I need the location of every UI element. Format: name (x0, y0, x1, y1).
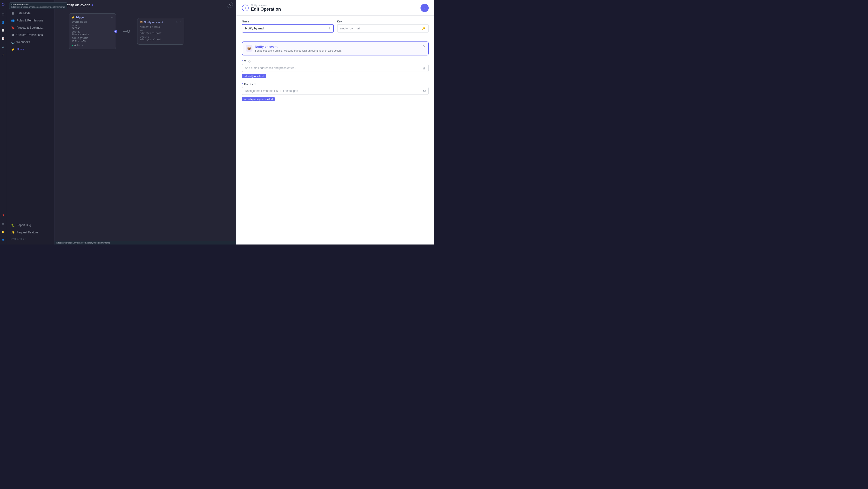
notify-node-header: 📦 Notify on event ✏ ⋮ (140, 21, 182, 24)
box-icon: 📦 (247, 47, 251, 50)
roles-icon: 👥 (11, 19, 14, 22)
events-placeholder: Nach jedem Event mit ENTER bestätigen (245, 89, 298, 93)
trigger-collections-field: Collections event_logs (72, 37, 113, 42)
to-field-label: * To ◌ (242, 60, 429, 63)
op-card-description: Sends out event emails. Must be paired w… (255, 49, 425, 52)
sidebar-item-request-feature[interactable]: ✨ Request Feature (8, 229, 53, 236)
flows-topbar: ← Notify on event ● ✕ (55, 0, 236, 10)
trigger-node-header: ⚡ Trigger ✏ (72, 16, 113, 19)
trigger-node-title: ⚡ Trigger (72, 16, 85, 19)
op-card-icon: 📦 (246, 45, 252, 52)
sidebar-item-custom-translations[interactable]: ⇄ Custom Translations (8, 32, 53, 38)
right-panel-header: ℹ Notify on event Edit Operation ✓ (237, 0, 434, 16)
sidebar-icon-users[interactable]: 👤 (1, 20, 5, 25)
sidebar-item-roles-permissions[interactable]: 👥 Roles & Permissions (8, 17, 53, 24)
sidebar-icon-help[interactable]: ❓ (1, 213, 5, 218)
sidebar-icon-avatar[interactable]: 👤 (1, 238, 5, 243)
name-input[interactable]: Notify by mail T (242, 24, 334, 33)
trigger-status: Active ▾ (72, 44, 113, 47)
email-tags-container: admin@localhost (242, 74, 429, 79)
events-info-icon: ◌ (254, 83, 256, 86)
email-at-icon: @ (423, 66, 426, 70)
email-tag-admin[interactable]: admin@localhost (242, 74, 266, 79)
events-input-box[interactable]: Nach jedem Event mit ENTER bestätigen 🏷 (242, 87, 429, 95)
panel-title: Edit Operation (251, 7, 281, 12)
trigger-type-field: Type action (72, 24, 113, 29)
to-info-icon: ◌ (248, 60, 250, 63)
presets-icon: 🔖 (11, 26, 14, 29)
sidebar-icon-anchor[interactable]: ⚓ (1, 44, 5, 49)
trigger-edit-button[interactable]: ✏ (112, 16, 113, 19)
sidebar-icon-analytics[interactable]: 📈 (1, 36, 5, 41)
notify-node-title: 📦 Notify on event (140, 21, 163, 24)
flow-arrow-connector: → (123, 30, 130, 33)
trigger-icon: ⚡ (72, 16, 74, 19)
operation-card: 📦 Notify on event Sends out event emails… (242, 41, 429, 56)
name-field-label: Name (242, 20, 334, 23)
notify-node[interactable]: 📦 Notify on event ✏ ⋮ Notify by mail To … (137, 18, 184, 44)
sidebar-icon-settings[interactable]: ⚙ (1, 221, 5, 226)
sidebar-icon-flows[interactable]: ⚡ (1, 53, 5, 57)
sidebar-item-presets-bookmarks[interactable]: 🔖 Presets & Bookmar... (8, 24, 53, 31)
active-indicator-dot: ● (91, 3, 93, 7)
feature-icon: ✨ (11, 231, 14, 234)
notify-edit-button[interactable]: ✏ (176, 21, 178, 23)
status-active-dot (72, 44, 73, 46)
close-button[interactable]: ✕ (227, 2, 233, 8)
data-model-icon: ▦ (11, 11, 14, 15)
event-tag-import[interactable]: import-participants-failed (242, 97, 275, 101)
tag-icon: 🏷 (423, 89, 426, 93)
right-panel-body: Name Notify by mail T Key notify_by_mail… (237, 16, 434, 245)
flows-canvas-area: ← Notify on event ● ✕ ⚡ Trigger ✏ Event … (55, 0, 236, 245)
section-divider (242, 37, 429, 37)
notify-to-field: To admin@localhost (140, 29, 182, 34)
url-status-bar: https://webreader.mytolino.com/library/i… (55, 241, 236, 245)
tooltip-url: https://webreader.mytolino.com/library/i… (11, 6, 65, 8)
translations-icon: ⇄ (11, 33, 14, 37)
sidebar-item-webhooks[interactable]: ⚓ Webhooks (8, 39, 53, 45)
operation-header-icon: ℹ (242, 5, 249, 11)
flows-page-title: Notify on event ● (64, 3, 93, 7)
name-value: Notify by mail (245, 27, 264, 30)
key-field-label: Key (337, 20, 429, 23)
email-input-box[interactable]: Add e-mail addresses and press enter... … (242, 64, 429, 72)
save-button[interactable]: ✓ (421, 4, 429, 12)
save-check-icon: ✓ (423, 6, 426, 10)
app-tooltip: tolino WebReader https://webreader.mytol… (9, 2, 67, 9)
sidebar-label-data-model: Data Model (17, 11, 31, 15)
sidebar-item-report-bug[interactable]: 🐛 Report Bug (8, 222, 53, 228)
op-card-close-button[interactable]: ✕ (423, 44, 426, 48)
key-value: notify_by_mail (340, 27, 361, 30)
text-type-icon: T (329, 27, 330, 30)
name-field-group: Name Notify by mail T (242, 20, 334, 33)
right-panel: ℹ Notify on event Edit Operation ✓ Name … (236, 0, 434, 245)
key-input[interactable]: notify_by_mail 🔑 (337, 24, 429, 33)
panel-breadcrumb: Notify on event (251, 4, 281, 7)
bug-icon: 🐛 (11, 223, 14, 227)
notify-mail-field: Notify by mail (140, 26, 182, 28)
sidebar-item-flows[interactable]: ⚡ Flows (8, 46, 53, 53)
trigger-node[interactable]: ⚡ Trigger ✏ Event Hook Type action Scope… (69, 13, 116, 49)
connector-line-left (123, 31, 127, 32)
to-label-text: To (244, 60, 247, 63)
sidebar-label-report-bug: Report Bug (17, 223, 31, 227)
icon-sidebar: ⬡ ◫ 👤 ⬜ 📈 ⚓ ⚡ ❓ ⚙ 🔔 👤 (0, 0, 6, 245)
tooltip-title: tolino WebReader (11, 3, 65, 6)
sidebar-icon-files[interactable]: ⬜ (1, 28, 5, 33)
op-card-title: Notify on event (255, 45, 425, 49)
app-logo[interactable]: ⬡ (1, 2, 5, 7)
sidebar-label-webhooks: Webhooks (17, 40, 30, 44)
to-section: * To ◌ Add e-mail addresses and press en… (242, 60, 429, 79)
app-version: Directus 10.6.1 (6, 236, 54, 242)
notify-menu-button[interactable]: ⋮ (179, 21, 182, 23)
sidebar-icon-notifications[interactable]: 🔔 (1, 230, 5, 234)
sidebar-item-data-model[interactable]: ▦ Data Model (8, 10, 53, 17)
info-circle-icon: ℹ (245, 6, 246, 10)
trigger-scope-field: Scope items.create (72, 31, 113, 36)
events-section: * Events ◌ Nach jedem Event mit ENTER be… (242, 83, 429, 101)
sidebar-label-roles-permissions: Roles & Permissions (17, 19, 43, 22)
notify-icon: 📦 (140, 21, 143, 23)
close-icon: ✕ (228, 3, 231, 6)
sidebar-icon-content[interactable]: ◫ (1, 11, 5, 17)
trigger-event-hook-field: Event Hook (72, 21, 113, 23)
